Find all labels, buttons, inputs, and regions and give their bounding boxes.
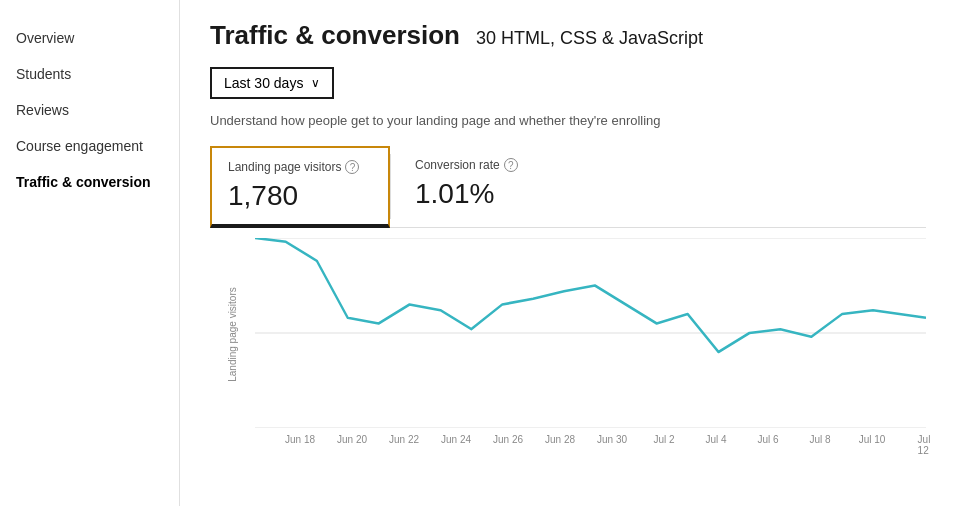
- sidebar-item-students[interactable]: Students: [0, 56, 179, 92]
- x-label-jun28: Jun 28: [545, 434, 575, 445]
- sidebar-item-course-engagement[interactable]: Course engagement: [0, 128, 179, 164]
- description-text: Understand how people get to your landin…: [210, 113, 926, 128]
- x-label-jun26: Jun 26: [493, 434, 523, 445]
- x-axis-labels: Jun 18 Jun 20 Jun 22 Jun 24 Jun 26 Jun 2…: [255, 430, 926, 458]
- conversion-rate-card: Conversion rate ? 1.01%: [391, 146, 571, 227]
- sidebar-item-reviews[interactable]: Reviews: [0, 92, 179, 128]
- sidebar-item-traffic-conversion[interactable]: Traffic & conversion: [0, 164, 179, 200]
- page-subtitle: 30 HTML, CSS & JavaScript: [476, 28, 703, 49]
- page-header: Traffic & conversion 30 HTML, CSS & Java…: [210, 20, 926, 51]
- x-label-jun22: Jun 22: [389, 434, 419, 445]
- x-label-jul2: Jul 2: [653, 434, 674, 445]
- x-label-jul6: Jul 6: [757, 434, 778, 445]
- line-chart: 100 50 0: [255, 238, 926, 428]
- y-axis-label: Landing page visitors: [227, 287, 238, 382]
- x-label-jun18: Jun 18: [285, 434, 315, 445]
- chart-svg-container: 100 50 0: [255, 238, 926, 428]
- x-label-jul12: Jul 12: [918, 434, 931, 456]
- sidebar: Overview Students Reviews Course engagem…: [0, 0, 180, 506]
- landing-page-visitors-card: Landing page visitors ? 1,780: [210, 146, 390, 228]
- metrics-row: Landing page visitors ? 1,780 Conversion…: [210, 146, 926, 228]
- x-label-jul4: Jul 4: [705, 434, 726, 445]
- date-filter-dropdown[interactable]: Last 30 days ∨: [210, 67, 334, 99]
- landing-visitors-value: 1,780: [228, 180, 368, 212]
- x-label-jul8: Jul 8: [809, 434, 830, 445]
- date-filter-label: Last 30 days: [224, 75, 303, 91]
- x-label-jul10: Jul 10: [859, 434, 886, 445]
- main-content: Traffic & conversion 30 HTML, CSS & Java…: [180, 0, 956, 506]
- y-axis-container: Landing page visitors: [210, 238, 255, 430]
- x-label-jun20: Jun 20: [337, 434, 367, 445]
- chart-area: Landing page visitors 100 50 0 Jun 18: [210, 238, 926, 458]
- chevron-down-icon: ∨: [311, 76, 320, 90]
- page-title: Traffic & conversion: [210, 20, 460, 51]
- conversion-rate-label: Conversion rate ?: [415, 158, 551, 172]
- conversion-rate-value: 1.01%: [415, 178, 551, 210]
- landing-visitors-label: Landing page visitors ?: [228, 160, 368, 174]
- x-label-jun30: Jun 30: [597, 434, 627, 445]
- sidebar-item-overview[interactable]: Overview: [0, 20, 179, 56]
- conversion-rate-help-icon[interactable]: ?: [504, 158, 518, 172]
- x-label-jun24: Jun 24: [441, 434, 471, 445]
- landing-visitors-help-icon[interactable]: ?: [345, 160, 359, 174]
